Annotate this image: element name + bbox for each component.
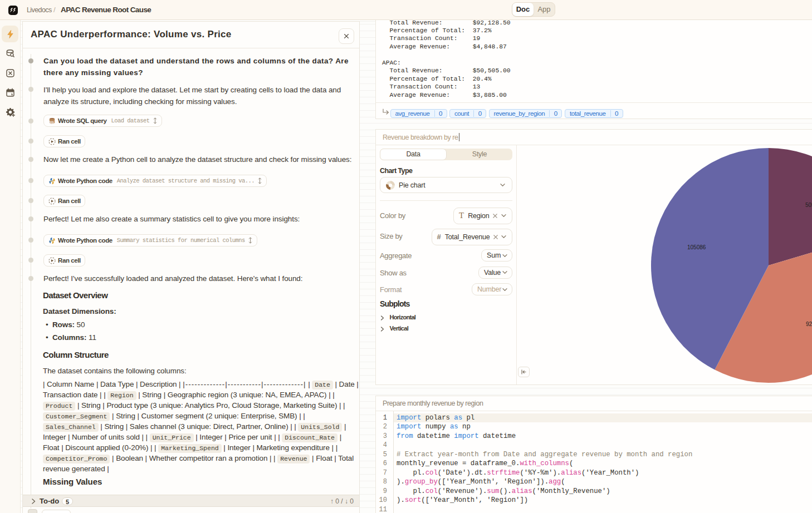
svg-text:105086: 105086 [687,244,706,250]
svg-text:SQL: SQL [50,121,55,124]
svg-text:92128.5: 92128.5 [806,321,812,327]
svg-text:50505: 50505 [805,202,812,208]
